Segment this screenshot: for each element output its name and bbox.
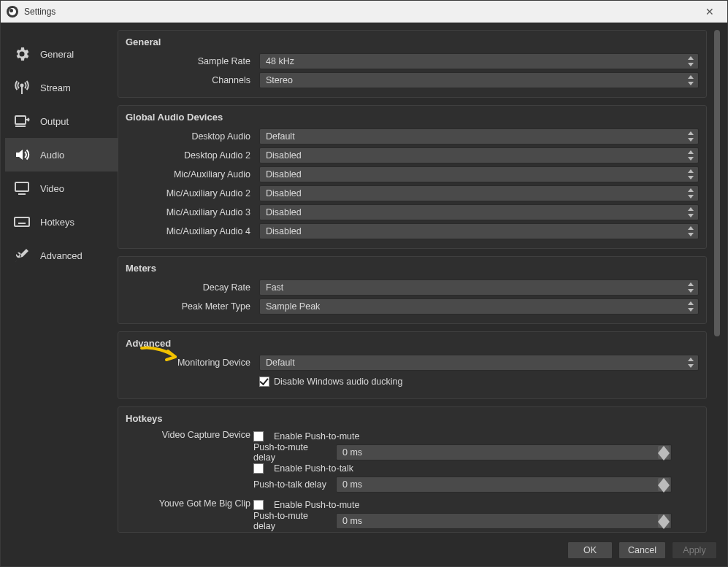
group-title: Hotkeys xyxy=(126,413,699,424)
label-monitoring-device: Monitoring Device xyxy=(126,358,253,368)
updown-icon xyxy=(685,187,697,200)
hotkey-source-name: Video Capture Device xyxy=(126,428,253,440)
combo-channels[interactable]: Stereo xyxy=(259,72,699,88)
updown-icon xyxy=(658,446,670,459)
checkbox-push-to-talk[interactable] xyxy=(253,463,264,474)
close-icon[interactable]: ✕ xyxy=(698,6,721,18)
window-body: General Stream Output Audio xyxy=(1,23,727,534)
label-audio-device: Mic/Auxiliary Audio xyxy=(126,169,253,180)
combo-audio-device[interactable]: Default xyxy=(259,128,699,144)
sidebar-item-advanced[interactable]: Advanced xyxy=(5,239,118,272)
row-channels: Channels Stereo xyxy=(126,71,699,90)
ok-button[interactable]: OK xyxy=(567,541,613,559)
hotkey-line: Push-to-talk delay0 ms xyxy=(253,477,699,493)
combo-audio-device[interactable]: Disabled xyxy=(259,147,699,163)
group-title: Meters xyxy=(126,263,699,274)
sidebar-item-output[interactable]: Output xyxy=(5,104,118,138)
updown-icon xyxy=(685,74,697,87)
row-monitoring-device: Monitoring Device Default xyxy=(126,353,699,372)
app-icon xyxy=(7,6,18,18)
combo-peak-meter-type[interactable]: Sample Peak xyxy=(259,298,699,315)
sidebar-item-video[interactable]: Video xyxy=(5,171,118,205)
sidebar-item-stream[interactable]: Stream xyxy=(5,71,118,104)
hotkey-line: Push-to-mute delay0 ms xyxy=(253,513,699,529)
updown-icon xyxy=(658,514,670,528)
checkbox-push-to-mute[interactable] xyxy=(253,500,264,510)
hotkey-line: Push-to-mute delay0 ms xyxy=(253,444,699,460)
hotkey-delay-label: Push-to-talk delay xyxy=(253,479,330,490)
label-disable-ducking: Disable Windows audio ducking xyxy=(274,377,402,387)
group-title: Global Audio Devices xyxy=(126,112,699,123)
updown-icon xyxy=(658,478,670,491)
settings-window: Settings ✕ General Stream Out xyxy=(0,0,728,567)
group-advanced: Advanced Monitoring Device Default Disab… xyxy=(118,331,707,399)
sidebar-item-general[interactable]: General xyxy=(5,37,118,71)
spin-delay[interactable]: 0 ms xyxy=(336,513,672,529)
updown-icon xyxy=(685,168,697,181)
sidebar-item-audio[interactable]: Audio xyxy=(5,138,118,171)
spin-delay[interactable]: 0 ms xyxy=(336,477,672,493)
scrollbar[interactable] xyxy=(714,30,720,534)
combo-audio-device[interactable]: Disabled xyxy=(259,166,699,182)
sidebar-item-label: Audio xyxy=(40,150,64,161)
checkbox-push-to-mute[interactable] xyxy=(253,431,264,441)
sidebar-item-hotkeys[interactable]: Hotkeys xyxy=(5,205,118,239)
group-general: General Sample Rate 48 kHz Channels Ster… xyxy=(118,30,707,98)
cancel-button[interactable]: Cancel xyxy=(618,541,666,559)
updown-icon xyxy=(685,300,697,313)
sidebar-item-label: General xyxy=(40,49,74,60)
row-audio-device: Desktop AudioDefault xyxy=(126,127,699,146)
checkbox-disable-ducking[interactable] xyxy=(259,377,269,387)
scrollbar-thumb[interactable] xyxy=(714,30,720,336)
combo-decay-rate[interactable]: Fast xyxy=(259,279,699,296)
group-global-audio: Global Audio Devices Desktop AudioDefaul… xyxy=(118,105,707,249)
svg-rect-2 xyxy=(15,116,26,124)
label-audio-device: Desktop Audio xyxy=(126,131,253,142)
combo-sample-rate[interactable]: 48 kHz xyxy=(259,53,699,69)
hotkey-delay-label: Push-to-mute delay xyxy=(253,511,330,531)
row-audio-device: Mic/Auxiliary AudioDisabled xyxy=(126,165,699,184)
updown-icon xyxy=(685,356,697,369)
label-audio-device: Mic/Auxiliary Audio 2 xyxy=(126,188,253,198)
gear-icon xyxy=(12,45,31,63)
updown-icon xyxy=(685,149,697,162)
tools-icon xyxy=(12,246,31,265)
label-peak-meter-type: Peak Meter Type xyxy=(126,301,253,312)
sidebar-item-label: Output xyxy=(40,116,69,127)
row-peak-meter-type: Peak Meter Type Sample Peak xyxy=(126,297,699,316)
row-sample-rate: Sample Rate 48 kHz xyxy=(126,52,699,71)
row-audio-device: Mic/Auxiliary Audio 3Disabled xyxy=(126,203,699,222)
apply-button[interactable]: Apply xyxy=(672,541,717,559)
sidebar-item-label: Advanced xyxy=(40,250,83,261)
label-audio-device: Desktop Audio 2 xyxy=(126,150,253,161)
label-channels: Channels xyxy=(126,75,253,85)
combo-audio-device[interactable]: Disabled xyxy=(259,185,699,201)
sidebar-item-label: Stream xyxy=(40,82,71,93)
sidebar-item-label: Video xyxy=(40,183,64,194)
combo-monitoring-device[interactable]: Default xyxy=(259,355,699,371)
group-meters: Meters Decay Rate Fast Peak Meter Type S… xyxy=(118,256,707,324)
label-audio-device: Mic/Auxiliary Audio 4 xyxy=(126,226,253,236)
combo-audio-device[interactable]: Disabled xyxy=(259,223,699,239)
combo-audio-device[interactable]: Disabled xyxy=(259,204,699,220)
hotkey-delay-label: Push-to-mute delay xyxy=(253,442,330,463)
window-title: Settings xyxy=(24,7,698,17)
hotkey-line: Enable Push-to-talk xyxy=(253,460,699,477)
hotkey-source: Youve Got Me Big ClipEnable Push-to-mute… xyxy=(126,497,699,529)
hotkey-check-label: Enable Push-to-talk xyxy=(274,463,353,474)
keyboard-icon xyxy=(12,212,31,231)
group-title: General xyxy=(126,36,699,47)
hotkey-source: Video Capture DeviceEnable Push-to-muteP… xyxy=(126,428,699,493)
label-sample-rate: Sample Rate xyxy=(126,56,253,66)
titlebar: Settings ✕ xyxy=(1,1,727,23)
updown-icon xyxy=(685,55,697,68)
spin-delay[interactable]: 0 ms xyxy=(336,444,672,460)
antenna-icon xyxy=(12,78,31,97)
hotkey-source-name: Youve Got Me Big Clip xyxy=(126,497,253,509)
label-decay-rate: Decay Rate xyxy=(126,282,253,293)
content-scroll: General Sample Rate 48 kHz Channels Ster… xyxy=(118,30,711,534)
dialog-footer: OK Cancel Apply xyxy=(1,534,727,566)
sidebar: General Stream Output Audio xyxy=(1,30,118,534)
svg-rect-4 xyxy=(15,182,28,191)
label-audio-device: Mic/Auxiliary Audio 3 xyxy=(126,207,253,217)
